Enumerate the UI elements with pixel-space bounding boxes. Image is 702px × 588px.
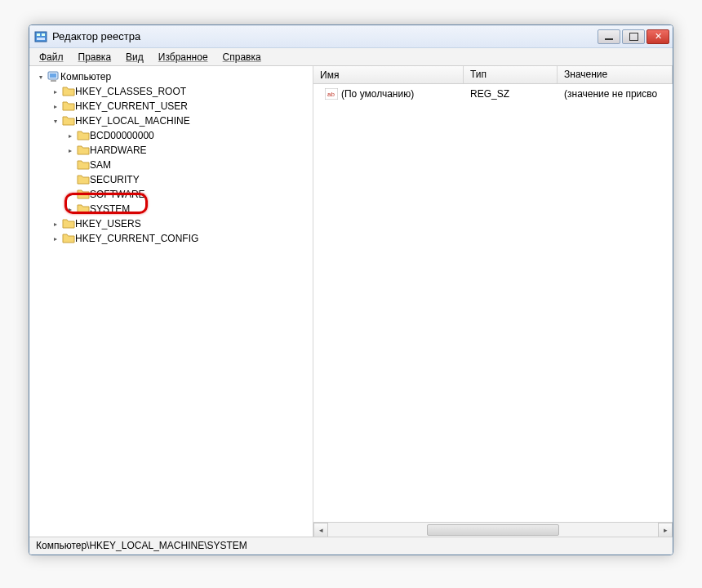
list-body[interactable]: ab (По умолчанию) REG_SZ (значение не пр… [313,84,673,522]
folder-icon [77,173,90,186]
tree-item-label: BCD00000000 [90,130,154,141]
svg-rect-5 [50,74,56,78]
expander-icon[interactable]: ▸ [65,205,74,214]
expander-icon[interactable]: ▸ [65,131,74,140]
menubar: Файл Правка Вид Избранное Справка [29,48,673,66]
regedit-icon [34,30,47,43]
minimize-button[interactable] [598,29,620,44]
folder-icon [62,85,75,98]
col-header-value[interactable]: Значение [558,66,673,83]
titlebar: Редактор реестра [29,25,673,48]
svg-rect-2 [42,33,45,36]
folder-icon [77,188,90,201]
close-button[interactable] [646,29,669,44]
folder-icon [62,114,75,127]
menu-edit[interactable]: Правка [72,50,118,65]
tree-item-hku[interactable]: ▸ HKEY_USERS [31,216,311,231]
tree-item-bcd[interactable]: ▸ BCD00000000 [31,128,311,143]
tree-root[interactable]: ▾ Компьютер [31,69,311,84]
menu-view[interactable]: Вид [119,50,150,65]
folder-icon [62,100,75,113]
expander-icon[interactable]: ▸ [51,87,60,96]
horizontal-scrollbar[interactable]: ◂ ▸ [313,522,673,537]
list-pane: Имя Тип Значение ab (По умолчанию) [313,66,673,537]
folder-icon [77,144,90,157]
statusbar-path: Компьютер\HKEY_LOCAL_MACHINE\SYSTEM [36,540,247,551]
statusbar: Компьютер\HKEY_LOCAL_MACHINE\SYSTEM [29,537,673,555]
expander-icon[interactable]: ▸ [51,220,60,229]
folder-icon [77,129,90,142]
expander-icon[interactable]: ▾ [36,73,45,82]
scroll-left-button[interactable]: ◂ [313,523,328,537]
tree-item-hkcu[interactable]: ▸ HKEY_CURRENT_USER [31,99,311,114]
col-header-type[interactable]: Тип [464,66,558,83]
tree-item-software[interactable]: ▸ SOFTWARE [31,187,311,202]
tree-item-security[interactable]: ▸ SECURITY [31,172,311,187]
tree-pane[interactable]: ▾ Компьютер ▸ HKEY_CLASSES_ROOT [29,66,313,537]
tree-item-label: HARDWARE [90,145,147,156]
svg-rect-0 [35,32,47,42]
tree-root-label: Компьютер [60,71,111,82]
svg-rect-3 [37,38,45,40]
tree-item-system[interactable]: ▸ SYSTEM [31,202,311,216]
maximize-button[interactable] [622,29,645,44]
folder-icon [77,158,90,172]
scroll-track[interactable] [328,523,658,537]
expander-icon[interactable]: ▸ [51,102,60,111]
expander-icon[interactable]: ▸ [65,146,74,155]
folder-icon [77,203,90,216]
tree-item-label: HKEY_CURRENT_USER [75,100,188,112]
tree-item-label: SAM [90,159,111,171]
list-cell-type: REG_SZ [464,88,558,100]
menu-help[interactable]: Справка [216,50,268,65]
list-row[interactable]: ab (По умолчанию) REG_SZ (значение не пр… [313,87,673,101]
tree-item-label: SOFTWARE [90,189,145,200]
registry-editor-window: Редактор реестра Файл Правка Вид Избранн… [29,24,673,555]
tree-item-sam[interactable]: ▸ SAM [31,158,311,172]
folder-icon [62,232,75,245]
folder-icon [62,217,75,230]
content-area: ▾ Компьютер ▸ HKEY_CLASSES_ROOT [29,66,673,537]
expander-icon[interactable]: ▾ [51,117,60,126]
list-header: Имя Тип Значение [313,66,673,84]
menu-favorites[interactable]: Избранное [152,50,215,65]
tree-item-label: HKEY_CLASSES_ROOT [75,86,186,97]
col-header-name[interactable]: Имя [313,66,464,83]
list-cell-name: (По умолчанию) [341,88,414,100]
tree-item-hardware[interactable]: ▸ HARDWARE [31,143,311,158]
expander-icon[interactable]: ▸ [65,190,74,199]
tree-item-hkcr[interactable]: ▸ HKEY_CLASSES_ROOT [31,84,311,99]
tree-item-label: SECURITY [90,174,140,185]
tree-item-label: HKEY_USERS [75,218,141,229]
string-value-icon: ab [325,88,338,100]
scroll-right-button[interactable]: ▸ [658,523,673,537]
tree-item-hklm[interactable]: ▾ HKEY_LOCAL_MACHINE [31,114,311,128]
svg-text:ab: ab [327,91,335,98]
computer-icon [47,70,60,83]
scroll-thumb[interactable] [427,524,559,536]
list-cell-value: (значение не присво [558,88,673,100]
tree-item-label: HKEY_CURRENT_CONFIG [75,233,198,244]
svg-rect-1 [37,33,40,36]
svg-rect-6 [51,80,56,82]
expander-icon[interactable]: ▸ [51,234,60,243]
menu-file[interactable]: Файл [33,50,70,65]
window-title: Редактор реестра [52,30,596,42]
tree-item-label: HKEY_LOCAL_MACHINE [75,115,190,127]
tree-item-hkcc[interactable]: ▸ HKEY_CURRENT_CONFIG [31,231,311,246]
tree-item-label: SYSTEM [90,203,130,215]
